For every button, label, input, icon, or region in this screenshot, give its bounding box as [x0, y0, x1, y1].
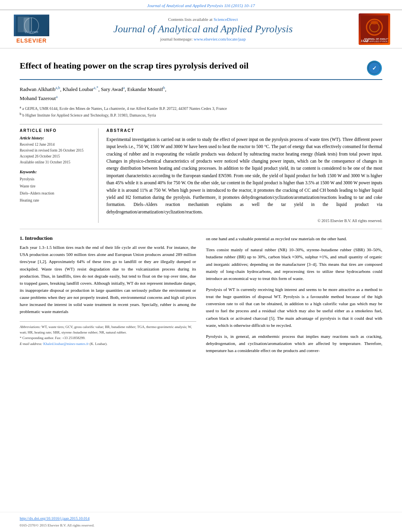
svg-point-10 — [370, 20, 378, 24]
svg-rect-2 — [24, 18, 30, 32]
journal-homepage: journal homepage: www.elsevier.com/locat… — [63, 37, 343, 41]
svg-text:AND APPLIED PYROLYSIS: AND APPLIED PYROLYSIS — [364, 40, 388, 43]
article-title-section: Effect of heating power on the scrap tir… — [20, 60, 382, 80]
section-divider — [20, 229, 382, 229]
elsevier-branding: ELSEVIER ELSEVIER — [8, 15, 55, 44]
page: Journal of Analytical and Applied Pyroly… — [0, 0, 402, 532]
article-info-abstract-section: ARTICLE INFO Article history: Received 1… — [20, 124, 382, 223]
abbreviations-footnote: Abbreviations: WT, waste tires; GCV, gro… — [20, 324, 196, 336]
intro-paragraph-4: Pyrolysis of WT is currently receiving h… — [206, 286, 383, 329]
journal-thumbnail: JOURNAL OF ANALYTICAL AND APPLIED PYROLY… — [351, 13, 390, 45]
email-footnote: E-mail address: Khaled.loubar@mines-nant… — [20, 341, 196, 347]
corresponding-author-footnote: * Corresponding author. Fax: +33 2518582… — [20, 335, 196, 341]
received-date: Received 12 June 2014 — [20, 142, 92, 148]
doi-link[interactable]: http://dx.doi.org/10.1016/j.jaap.2015.10… — [20, 516, 382, 521]
journal-header: ELSEVIER ELSEVIER Contents lists availab… — [0, 9, 402, 48]
article-info-column: ARTICLE INFO Article history: Received 1… — [20, 128, 99, 223]
article-title: Effect of heating power on the scrap tir… — [20, 60, 359, 72]
bottom-links: http://dx.doi.org/10.1016/j.jaap.2015.10… — [0, 512, 402, 532]
homepage-link[interactable]: www.elsevier.com/locate/jaap — [194, 37, 246, 41]
elsevier-logo: ELSEVIER ELSEVIER — [14, 15, 49, 44]
intro-paragraph-2: on one hand and a valuable potential as … — [206, 235, 383, 242]
body-left-column: 1. Introduction Each year 1.3–1.5 billio… — [20, 235, 196, 358]
keywords-label: Keywords: — [20, 170, 92, 174]
keyword-2: Waste tire — [20, 183, 92, 190]
article-history-label: Article history: — [20, 136, 92, 140]
accepted-date: Accepted 26 October 2015 — [20, 154, 92, 159]
body-section: 1. Introduction Each year 1.3–1.5 billio… — [20, 235, 382, 358]
body-right-column: on one hand and a valuable potential as … — [206, 235, 383, 358]
authors-line: Radwan Alkhatiba,b, Khaled Loubara,*, Sa… — [20, 85, 382, 103]
svg-text:✓: ✓ — [372, 65, 377, 71]
elsevier-text: ELSEVIER — [16, 37, 47, 44]
journal-cover-image: JOURNAL OF ANALYTICAL AND APPLIED PYROLY… — [359, 13, 390, 45]
crossmark-badge[interactable]: ✓ — [367, 60, 382, 76]
introduction-title: 1. Introduction — [20, 235, 196, 241]
journal-citation: Journal of Analytical and Applied Pyroly… — [0, 0, 402, 9]
elsevier-logo-image: ELSEVIER — [14, 15, 49, 36]
footnotes-section: Abbreviations: WT, waste tires; GCV, gro… — [20, 321, 196, 347]
crossmark-icon: ✓ — [367, 61, 382, 76]
revised-date: Received in revised form 26 October 2015 — [20, 148, 92, 154]
keywords-section: Keywords: Pyrolysis Waste tire Diels–Ald… — [20, 170, 92, 204]
abstract-column: ABSTRACT Experimental investigation is c… — [106, 128, 382, 223]
svg-rect-3 — [31, 18, 32, 32]
contents-line: Contents lists available at ScienceDirec… — [63, 17, 343, 22]
affiliations: a a GEPEA, UMR 6144, Ecole des Mines de … — [20, 105, 382, 118]
abstract-heading: ABSTRACT — [106, 128, 382, 133]
intro-paragraph-3: Tires consist mainly of natural rubber (… — [206, 246, 383, 282]
abbrev-label: Abbreviations: — [20, 325, 41, 329]
abstract-text: Experimental investigation is carried ou… — [106, 136, 382, 215]
copyright-line: © 2015 Elsevier B.V. All rights reserved… — [106, 219, 382, 223]
journal-title-block: Contents lists available at ScienceDirec… — [55, 17, 351, 41]
journal-title: Journal of Analytical and Applied Pyroly… — [63, 23, 343, 35]
author-email-link[interactable]: Khaled.loubar@mines-nantes.fr — [43, 342, 89, 346]
keyword-1: Pyrolysis — [20, 176, 92, 183]
intro-paragraph-1: Each year 1.3–1.5 billion tires reach th… — [20, 244, 196, 315]
main-content: Effect of heating power on the scrap tir… — [0, 48, 402, 512]
keyword-4: Heating rate — [20, 197, 92, 204]
online-date: Available online 31 October 2015 — [20, 159, 92, 165]
svg-text:ELSEVIER: ELSEVIER — [25, 31, 38, 33]
issn-text: 0165-2370/© 2015 Elsevier B.V. All right… — [20, 523, 94, 527]
sciencedirect-link[interactable]: ScienceDirect — [214, 17, 238, 22]
article-info-heading: ARTICLE INFO — [20, 128, 92, 133]
keyword-3: Diels–Alders reaction — [20, 190, 92, 197]
intro-paragraph-5: Pyrolysis is, in general, an endothermic… — [206, 333, 383, 354]
